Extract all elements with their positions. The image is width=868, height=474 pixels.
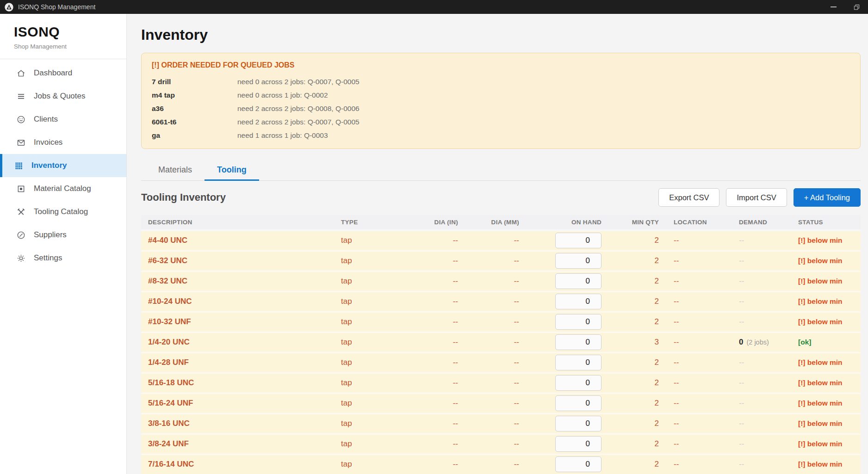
type-cell: tap	[334, 413, 412, 434]
demand-value: --	[739, 460, 744, 468]
type-cell: tap	[334, 271, 412, 291]
on-hand-input[interactable]	[555, 294, 601, 309]
min-qty-cell: 2	[608, 373, 666, 393]
on-hand-input[interactable]	[555, 456, 601, 472]
sidebar-nav: Dashboard Jobs & Quotes Clients Invoices…	[0, 62, 126, 270]
sidebar-item-label: Material Catalog	[34, 184, 91, 193]
table-row: 7/16-14 UNCtap----2----[!] below min	[141, 454, 861, 474]
sidebar-item-clients[interactable]: Clients	[0, 108, 126, 131]
dia-mm-cell: --	[465, 393, 526, 413]
description-cell: 7/16-14 UNC	[141, 454, 334, 474]
alert-item-detail: need 2 across 2 jobs: Q-0008, Q-0006	[237, 102, 360, 115]
sidebar-item-inventory[interactable]: Inventory	[0, 154, 126, 177]
demand-value: 0	[739, 338, 743, 346]
min-qty-cell: 2	[608, 312, 666, 332]
description-cell: #4-40 UNC	[141, 230, 334, 251]
type-cell: tap	[334, 251, 412, 271]
table-row: 3/8-16 UNCtap----2----[!] below min	[141, 413, 861, 434]
dia-mm-cell: --	[465, 454, 526, 474]
demand-cell: --	[731, 434, 791, 454]
min-qty-cell: 2	[608, 413, 666, 434]
dia-in-cell: --	[412, 434, 465, 454]
page-title: Inventory	[141, 26, 861, 43]
type-cell: tap	[334, 454, 412, 474]
sidebar-item-jobs-quotes[interactable]: Jobs & Quotes	[0, 85, 126, 108]
minimize-button[interactable]	[822, 0, 845, 14]
tooling-table: DESCRIPTIONTYPEDIA (IN)DIA (MM)ON HANDMI…	[141, 215, 861, 474]
alert-item: m4 tap need 0 across 1 job: Q-0002	[152, 88, 850, 102]
on-hand-cell	[526, 434, 608, 454]
on-hand-cell	[526, 413, 608, 434]
sidebar-item-label: Jobs & Quotes	[34, 92, 86, 101]
min-qty-cell: 2	[608, 291, 666, 312]
on-hand-input[interactable]	[555, 334, 601, 350]
min-qty-cell: 2	[608, 271, 666, 291]
location-cell: --	[666, 271, 731, 291]
sidebar-item-tooling-catalog[interactable]: Tooling Catalog	[0, 200, 126, 223]
type-cell: tap	[334, 352, 412, 373]
on-hand-input[interactable]	[555, 233, 601, 248]
on-hand-input[interactable]	[555, 416, 601, 431]
dia-in-cell: --	[412, 312, 465, 332]
sidebar: ISONQ Shop Management Dashboard Jobs & Q…	[0, 14, 127, 474]
column-header: STATUS	[791, 215, 861, 230]
tab-materials[interactable]: Materials	[146, 160, 205, 181]
on-hand-input[interactable]	[555, 375, 601, 391]
status-cell: [!] below min	[791, 393, 861, 413]
table-header-row: DESCRIPTIONTYPEDIA (IN)DIA (MM)ON HANDMI…	[141, 215, 861, 230]
on-hand-input[interactable]	[555, 314, 601, 330]
table-row: 1/4-20 UNCtap----3--0(2 jobs)[ok]	[141, 332, 861, 352]
demand-value: --	[739, 297, 744, 306]
description-cell: #10-24 UNC	[141, 291, 334, 312]
on-hand-cell	[526, 454, 608, 474]
on-hand-input[interactable]	[555, 253, 601, 269]
alert-item-name: 7 drill	[152, 75, 237, 88]
status-cell: [!] below min	[791, 251, 861, 271]
on-hand-input[interactable]	[555, 273, 601, 289]
table-row: #4-40 UNCtap----2----[!] below min	[141, 230, 861, 251]
on-hand-cell	[526, 373, 608, 393]
min-qty-cell: 2	[608, 434, 666, 454]
import-csv-button[interactable]: Import CSV	[726, 188, 787, 207]
on-hand-input[interactable]	[555, 355, 601, 370]
sidebar-item-material-catalog[interactable]: Material Catalog	[0, 177, 126, 200]
tab-tooling[interactable]: Tooling	[205, 160, 259, 181]
sidebar-item-dashboard[interactable]: Dashboard	[0, 62, 126, 85]
demand-value: --	[739, 439, 744, 448]
column-header: DIA (IN)	[412, 215, 465, 230]
on-hand-input[interactable]	[555, 395, 601, 411]
status-badge: [!] below min	[798, 440, 843, 448]
status-cell: [!] below min	[791, 413, 861, 434]
on-hand-cell	[526, 291, 608, 312]
demand-value: --	[739, 419, 744, 428]
menu-icon	[16, 92, 26, 101]
export-csv-button[interactable]: Export CSV	[658, 188, 719, 207]
restore-button[interactable]	[845, 0, 868, 14]
alert-title: [!] ORDER NEEDED FOR QUEUED JOBS	[152, 61, 850, 69]
dia-in-cell: --	[412, 291, 465, 312]
status-cell: [!] below min	[791, 312, 861, 332]
add-tooling-button[interactable]: + Add Tooling	[794, 188, 861, 207]
column-header: DESCRIPTION	[141, 215, 334, 230]
alert-item: ga need 1 across 1 job: Q-0003	[152, 129, 850, 142]
demand-cell: --	[731, 271, 791, 291]
demand-value: --	[739, 317, 744, 326]
status-badge: [!] below min	[798, 460, 843, 468]
alert-item: 6061-t6 need 2 across 2 jobs: Q-0007, Q-…	[152, 115, 850, 129]
on-hand-input[interactable]	[555, 436, 601, 452]
sidebar-item-invoices[interactable]: Invoices	[0, 131, 126, 154]
description-cell: 5/16-18 UNC	[141, 373, 334, 393]
table-row: 5/16-24 UNFtap----2----[!] below min	[141, 393, 861, 413]
minimize-icon	[831, 6, 837, 7]
location-cell: --	[666, 373, 731, 393]
location-cell: --	[666, 454, 731, 474]
location-cell: --	[666, 291, 731, 312]
demand-cell: --	[731, 413, 791, 434]
dia-mm-cell: --	[465, 251, 526, 271]
type-cell: tap	[334, 230, 412, 251]
on-hand-cell	[526, 393, 608, 413]
table-row: #10-24 UNCtap----2----[!] below min	[141, 291, 861, 312]
status-cell: [!] below min	[791, 230, 861, 251]
sidebar-item-settings[interactable]: Settings	[0, 246, 126, 270]
sidebar-item-suppliers[interactable]: Suppliers	[0, 223, 126, 246]
